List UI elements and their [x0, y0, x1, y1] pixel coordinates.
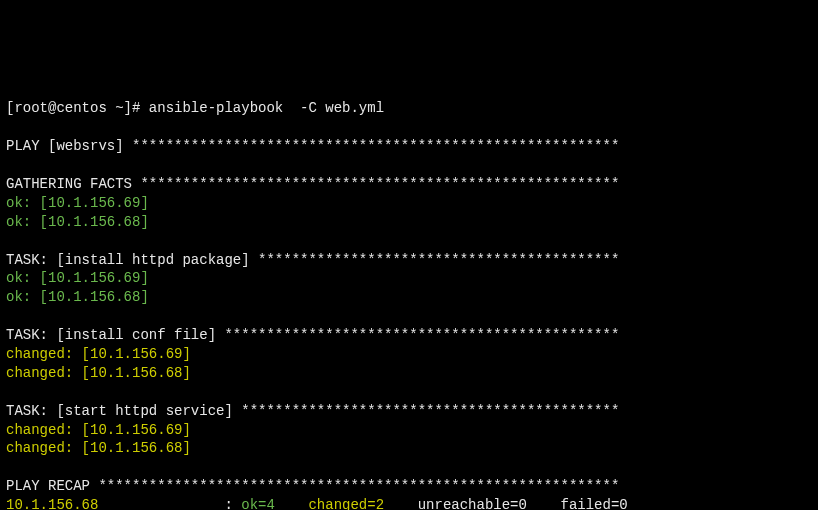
changed-line: changed: [10.1.156.69] — [6, 422, 191, 438]
ok-line: ok: [10.1.156.68] — [6, 289, 149, 305]
recap-sep: : — [98, 497, 241, 510]
terminal-output: [root@centos ~]# ansible-playbook -C web… — [6, 81, 812, 510]
gathering-facts-header: GATHERING FACTS ************************… — [6, 176, 628, 192]
ok-line: ok: [10.1.156.68] — [6, 214, 149, 230]
task-header: TASK: [install httpd package] **********… — [6, 252, 628, 268]
recap-unreachable: unreachable=0 — [384, 497, 527, 510]
ok-line: ok: [10.1.156.69] — [6, 195, 149, 211]
recap-host: 10.1.156.68 — [6, 497, 98, 510]
ok-line: ok: [10.1.156.69] — [6, 270, 149, 286]
changed-line: changed: [10.1.156.69] — [6, 346, 191, 362]
recap-header: PLAY RECAP *****************************… — [6, 478, 628, 494]
recap-row: 10.1.156.68 : ok=4 changed=2 unreachable… — [6, 497, 628, 510]
recap-changed: changed=2 — [275, 497, 384, 510]
recap-ok: ok=4 — [241, 497, 275, 510]
recap-failed: failed=0 — [527, 497, 628, 510]
task-header: TASK: [start httpd service] ************… — [6, 403, 628, 419]
play-header: PLAY [websrvs] *************************… — [6, 138, 628, 154]
changed-line: changed: [10.1.156.68] — [6, 365, 191, 381]
task-header: TASK: [install conf file] **************… — [6, 327, 628, 343]
changed-line: changed: [10.1.156.68] — [6, 440, 191, 456]
prompt-line: [root@centos ~]# ansible-playbook -C web… — [6, 100, 384, 116]
